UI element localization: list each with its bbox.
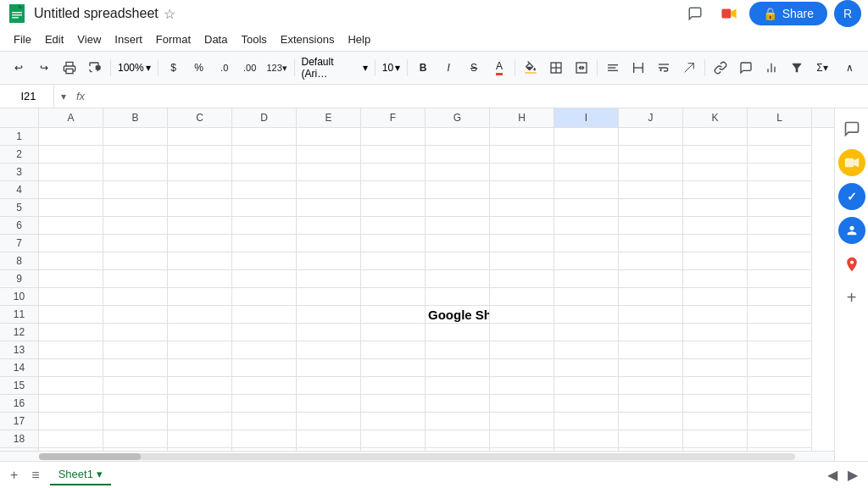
cell-J11[interactable]	[619, 306, 683, 324]
cell-A7[interactable]	[39, 235, 103, 252]
cell-D7[interactable]	[232, 235, 297, 252]
cell-E4[interactable]	[297, 181, 361, 199]
cell-B4[interactable]	[103, 181, 168, 199]
cell-B12[interactable]	[103, 324, 168, 341]
cell-C4[interactable]	[168, 181, 232, 199]
cell-G7[interactable]	[426, 235, 490, 252]
cell-I15[interactable]	[554, 377, 619, 395]
cell-L17[interactable]	[748, 413, 812, 430]
cell-G17[interactable]	[426, 413, 490, 430]
cell-C6[interactable]	[168, 217, 232, 235]
row-number[interactable]: 6	[0, 217, 39, 235]
borders-button[interactable]	[544, 56, 568, 80]
cell-A6[interactable]	[39, 217, 103, 235]
paint-format-button[interactable]	[83, 56, 107, 80]
cell-I4[interactable]	[554, 181, 619, 199]
cell-D8[interactable]	[232, 252, 297, 270]
cell-L18[interactable]	[748, 430, 812, 448]
cell-F10[interactable]	[361, 288, 426, 306]
cell-L9[interactable]	[748, 270, 812, 288]
cell-E19[interactable]	[297, 448, 361, 451]
cell-H13[interactable]	[490, 341, 554, 359]
cell-K2[interactable]	[683, 146, 748, 164]
cell-F4[interactable]	[361, 181, 426, 199]
cell-B15[interactable]	[103, 377, 168, 395]
cell-H9[interactable]	[490, 270, 554, 288]
cell-I6[interactable]	[554, 217, 619, 235]
cell-D12[interactable]	[232, 324, 297, 341]
cell-I9[interactable]	[554, 270, 619, 288]
cell-J10[interactable]	[619, 288, 683, 306]
cell-F6[interactable]	[361, 217, 426, 235]
cell-B3[interactable]	[103, 164, 168, 181]
sidebar-maps-icon[interactable]	[838, 251, 865, 278]
cell-E16[interactable]	[297, 395, 361, 413]
cell-J1[interactable]	[619, 128, 683, 146]
cell-B13[interactable]	[103, 341, 168, 359]
cell-E3[interactable]	[297, 164, 361, 181]
cell-G15[interactable]	[426, 377, 490, 395]
cell-H17[interactable]	[490, 413, 554, 430]
cell-K13[interactable]	[683, 341, 748, 359]
cell-D9[interactable]	[232, 270, 297, 288]
cell-A9[interactable]	[39, 270, 103, 288]
row-number[interactable]: 10	[0, 288, 39, 306]
cell-B19[interactable]	[103, 448, 168, 451]
cell-H11[interactable]	[490, 306, 554, 324]
cell-G10[interactable]	[426, 288, 490, 306]
grid-wrapper[interactable]: 1234567891011Google Sheet121314151617181…	[0, 128, 834, 451]
cell-A11[interactable]	[39, 306, 103, 324]
cell-H5[interactable]	[490, 199, 554, 217]
cell-K19[interactable]	[683, 448, 748, 451]
cell-L6[interactable]	[748, 217, 812, 235]
cell-A18[interactable]	[39, 430, 103, 448]
row-number[interactable]: 2	[0, 146, 39, 164]
cell-A4[interactable]	[39, 181, 103, 199]
cell-A12[interactable]	[39, 324, 103, 341]
cell-J17[interactable]	[619, 413, 683, 430]
cell-I16[interactable]	[554, 395, 619, 413]
collapse-toolbar-button[interactable]: ∧	[837, 56, 861, 80]
col-header-I[interactable]: I	[554, 108, 619, 127]
cell-I17[interactable]	[554, 413, 619, 430]
cell-I2[interactable]	[554, 146, 619, 164]
cell-A8[interactable]	[39, 252, 103, 270]
cell-C15[interactable]	[168, 377, 232, 395]
cell-A19[interactable]	[39, 448, 103, 451]
row-number[interactable]: 9	[0, 270, 39, 288]
cell-L1[interactable]	[748, 128, 812, 146]
cell-C1[interactable]	[168, 128, 232, 146]
cell-H10[interactable]	[490, 288, 554, 306]
cell-G2[interactable]	[426, 146, 490, 164]
cell-H18[interactable]	[490, 430, 554, 448]
cell-E18[interactable]	[297, 430, 361, 448]
cell-I8[interactable]	[554, 252, 619, 270]
col-header-A[interactable]: A	[39, 108, 103, 127]
row-number[interactable]: 3	[0, 164, 39, 181]
cell-F17[interactable]	[361, 413, 426, 430]
cell-I1[interactable]	[554, 128, 619, 146]
cell-E12[interactable]	[297, 324, 361, 341]
cell-B2[interactable]	[103, 146, 168, 164]
sidebar-comment-icon[interactable]	[838, 115, 865, 142]
cell-F15[interactable]	[361, 377, 426, 395]
cell-C5[interactable]	[168, 199, 232, 217]
cell-C10[interactable]	[168, 288, 232, 306]
more-formats-button[interactable]: 123▾	[264, 56, 291, 80]
all-sheets-button[interactable]: ≡	[28, 466, 42, 485]
cell-C3[interactable]	[168, 164, 232, 181]
cell-F7[interactable]	[361, 235, 426, 252]
horizontal-scrollbar[interactable]	[0, 451, 834, 461]
col-header-C[interactable]: C	[168, 108, 232, 127]
row-number[interactable]: 8	[0, 252, 39, 270]
cell-C17[interactable]	[168, 413, 232, 430]
cell-F14[interactable]	[361, 359, 426, 377]
cell-I12[interactable]	[554, 324, 619, 341]
cell-J4[interactable]	[619, 181, 683, 199]
cell-K17[interactable]	[683, 413, 748, 430]
cell-E14[interactable]	[297, 359, 361, 377]
cell-G6[interactable]	[426, 217, 490, 235]
cell-L16[interactable]	[748, 395, 812, 413]
cell-A10[interactable]	[39, 288, 103, 306]
cell-K5[interactable]	[683, 199, 748, 217]
